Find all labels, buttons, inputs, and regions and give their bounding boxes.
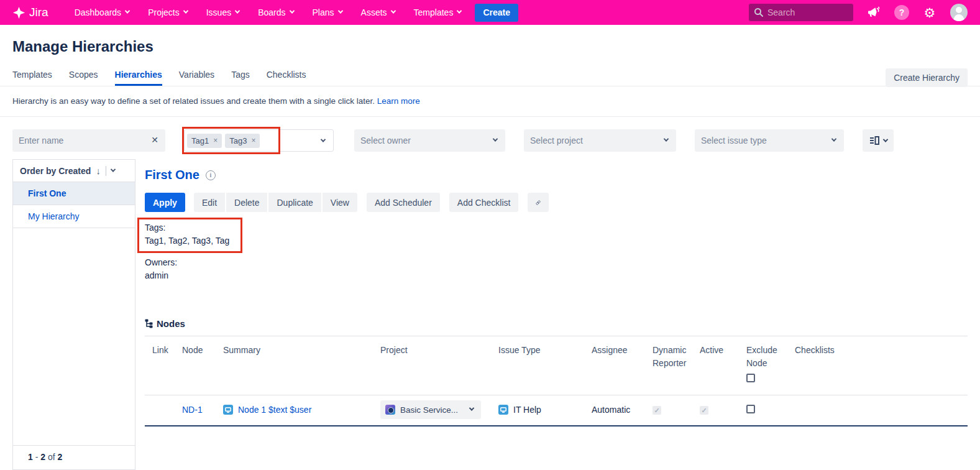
tags-label: Tags: (145, 221, 229, 234)
remove-tag-icon[interactable]: × (213, 137, 218, 144)
owner-filter-select[interactable]: Select owner (354, 129, 505, 152)
user-avatar[interactable] (950, 4, 968, 21)
tag-chip-label: Tag1 (191, 136, 209, 145)
name-filter: ✕ (12, 129, 165, 152)
tab-variables[interactable]: Variables (179, 70, 214, 86)
delete-button[interactable]: Delete (226, 193, 267, 212)
nav-item-templates[interactable]: Templates (414, 7, 462, 17)
help-icon[interactable]: ? (894, 5, 909, 20)
order-by-control[interactable]: Order by Created ↓ (13, 160, 135, 182)
issue-type-filter-select[interactable]: Select issue type (695, 129, 844, 152)
filter-bar: ✕ Tag1 × Tag3 × Select owner Select proj… (0, 129, 980, 152)
name-filter-input[interactable] (12, 129, 165, 152)
nav-item-dashboards[interactable]: Dashboards (75, 7, 130, 17)
chevron-down-icon (664, 136, 669, 141)
link-icon (536, 198, 541, 208)
issue-type-filter-placeholder: Select issue type (701, 136, 767, 145)
apply-button[interactable]: Apply (145, 193, 185, 212)
exclude-node-cell (739, 395, 787, 426)
nav-item-projects[interactable]: Projects (148, 7, 188, 17)
chevron-down-icon (235, 8, 240, 13)
hierarchy-list-item[interactable]: First One (13, 182, 135, 205)
assignee-cell: Automatic (584, 395, 645, 426)
col-header-checklists: Checklists (787, 336, 968, 395)
issue-type-cell: IT Help (491, 395, 584, 426)
pagination-start: 1 (28, 452, 33, 462)
page-header: Manage Hierarchies Templates Scopes Hier… (0, 25, 980, 117)
page-title: Manage Hierarchies (12, 38, 968, 55)
nodes-section-heading: Nodes (145, 318, 968, 329)
create-hierarchy-button[interactable]: Create Hierarchy (886, 68, 968, 87)
col-header-dynamic-reporter: Dynamic Reporter (645, 336, 692, 395)
announcements-megaphone-icon[interactable] (866, 4, 882, 21)
learn-more-link[interactable]: Learn more (377, 96, 420, 106)
add-checklist-button[interactable]: Add Checklist (449, 193, 519, 212)
col-header-node: Node (175, 336, 216, 395)
col-header-link: Link (145, 336, 175, 395)
node-summary-link[interactable]: Node 1 $text $user (238, 405, 311, 415)
nav-item-plans[interactable]: Plans (313, 7, 342, 17)
top-nav: Jira Dashboards Projects Issues Boards P… (0, 0, 980, 25)
add-scheduler-button[interactable]: Add Scheduler (367, 193, 440, 212)
project-cell: Basic Service... (373, 395, 491, 426)
nav-item-boards[interactable]: Boards (258, 7, 293, 17)
exclude-node-checkbox[interactable] (746, 405, 755, 413)
tab-hierarchies[interactable]: Hierarchies (115, 70, 162, 86)
create-button[interactable]: Create (475, 4, 518, 22)
tab-tags[interactable]: Tags (231, 70, 250, 86)
tag-chip-label: Tag3 (229, 136, 247, 145)
issue-type-value: IT Help (513, 405, 541, 415)
list-detail-view-icon (869, 136, 879, 145)
jira-logo-icon (12, 6, 25, 19)
tag-chip: Tag1 × (187, 134, 222, 148)
tab-scopes[interactable]: Scopes (69, 70, 98, 86)
summary-cell: Node 1 $text $user (216, 395, 373, 426)
link-cell (145, 395, 175, 426)
chevron-down-icon (831, 136, 836, 141)
nodes-heading-label: Nodes (157, 318, 185, 329)
hierarchy-title: First One (145, 168, 199, 182)
nav-item-issues[interactable]: Issues (206, 7, 239, 17)
nav-item-assets[interactable]: Assets (361, 7, 395, 17)
view-button[interactable]: View (323, 193, 357, 212)
duplicate-button[interactable]: Duplicate (268, 193, 321, 212)
tab-checklists[interactable]: Checklists (267, 70, 306, 86)
chevron-down-icon[interactable] (111, 167, 116, 172)
remove-tag-icon[interactable]: × (251, 137, 255, 144)
chevron-down-icon (337, 8, 342, 13)
pagination-of-label: of (48, 452, 55, 462)
clear-name-icon[interactable]: ✕ (151, 135, 158, 145)
hierarchy-list-item[interactable]: My Hierarchy (13, 205, 135, 228)
tab-bar: Templates Scopes Hierarchies Variables T… (0, 70, 980, 86)
owners-value: admin (145, 269, 968, 282)
tags-filter-select[interactable]: Tag1 × Tag3 × (184, 129, 334, 152)
node-key-link[interactable]: ND-1 (182, 405, 203, 415)
chevron-down-icon (457, 8, 462, 13)
gear-icon[interactable]: ⚙ (922, 4, 938, 21)
project-dropdown[interactable]: Basic Service... (380, 400, 481, 419)
copy-link-button[interactable] (528, 193, 549, 212)
divider (106, 166, 106, 176)
hierarchy-tree-icon (145, 319, 153, 328)
chevron-down-icon (289, 8, 294, 13)
search-input[interactable] (749, 4, 853, 21)
exclude-all-checkbox[interactable] (746, 374, 755, 382)
pagination: 1 - 2 of 2 (13, 445, 135, 469)
tab-templates[interactable]: Templates (12, 70, 52, 86)
sort-descending-icon[interactable]: ↓ (96, 165, 101, 176)
layout-toggle-button[interactable] (863, 129, 894, 152)
action-bar: Apply Edit Delete Duplicate View Add Sch… (145, 193, 968, 212)
nav-menu: Dashboards Projects Issues Boards Plans … (75, 7, 462, 17)
hierarchy-detail-pane: First One i Apply Edit Delete Duplicate … (145, 159, 968, 470)
jira-logo[interactable]: Jira (12, 6, 48, 19)
page-description: Hierarchy is an easy way to define a set… (0, 86, 980, 117)
edit-button[interactable]: Edit (194, 193, 225, 212)
nodes-table: Link Node Summary Project Issue Type Ass… (145, 336, 968, 426)
project-filter-select[interactable]: Select project (524, 129, 676, 152)
active-checkbox-checked-disabled: ✓ (700, 406, 708, 415)
checklists-cell (787, 395, 968, 426)
active-cell: ✓ (692, 395, 739, 426)
info-icon[interactable]: i (206, 170, 216, 180)
tags-meta-annotated: Tags: Tag1, Tag2, Tag3, Tag (137, 218, 242, 253)
nodes-table-header-row: Link Node Summary Project Issue Type Ass… (145, 336, 968, 395)
